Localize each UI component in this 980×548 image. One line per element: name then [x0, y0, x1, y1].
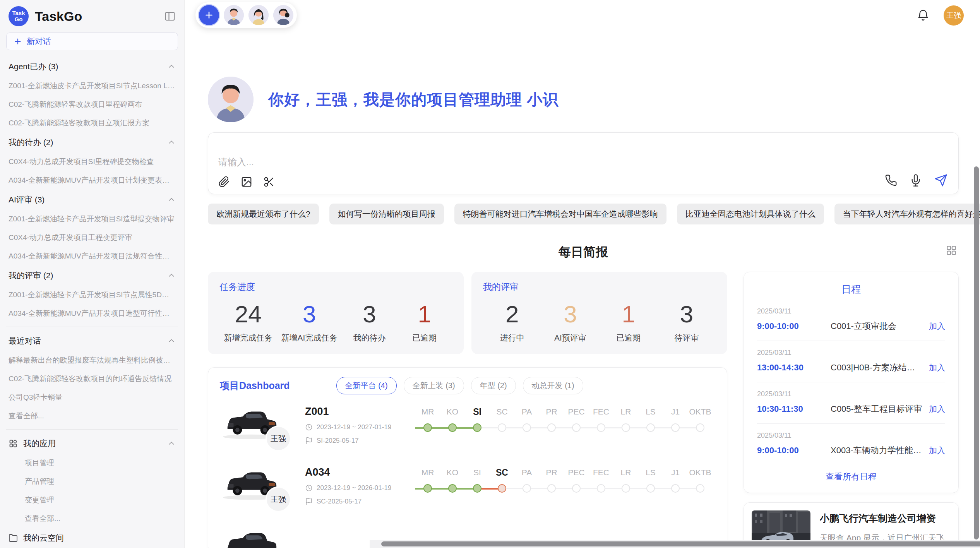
plus-icon	[204, 10, 214, 20]
suggestion-chip[interactable]: 如何写一份清晰的项目周报	[329, 204, 444, 224]
user-avatar[interactable]: 王强	[944, 5, 964, 26]
join-event-link[interactable]: 加入	[929, 321, 945, 332]
recent-chat-item[interactable]: 解释最新出台的欧盟报废车法规再生塑料比例被调至15%...	[6, 351, 178, 370]
suggestion-chip[interactable]: 特朗普可能对进口汽车增税会对中国车企造成哪些影响	[454, 204, 666, 224]
section-agent-done[interactable]: Agent已办 (3)	[6, 57, 178, 77]
insert-image-button[interactable]	[241, 176, 252, 188]
milestone-dot	[423, 484, 432, 493]
schedule-event: 2025/03/11 13:00-14:30 C003|H0B-方案冻结评审 加…	[757, 341, 945, 382]
section-my-todo[interactable]: 我的待办 (2)	[6, 132, 178, 152]
join-event-link[interactable]: 加入	[929, 362, 945, 373]
assistant-avatar-1[interactable]	[224, 5, 244, 25]
my-apps-header[interactable]: 我的应用	[6, 433, 178, 454]
scissors-icon	[263, 176, 275, 188]
task-progress-card: 任务进度 24 新增完成任务 3 新增AI完成任务	[208, 272, 464, 354]
section-my-review[interactable]: 我的评审 (2)	[6, 265, 178, 286]
milestone-track: MR KO SI SC PA PR PEC FEC LR LS	[415, 404, 715, 432]
section-label: Agent已办 (3)	[9, 61, 58, 72]
horizontal-scrollbar-thumb[interactable]	[381, 541, 980, 546]
app-item-project-mgmt[interactable]: 项目管理	[6, 454, 178, 472]
suggestion-chip[interactable]: 当下年轻人对汽车外观有怎样的喜好趋势	[834, 204, 980, 224]
new-chat-label: 新对话	[27, 36, 51, 47]
vertical-scrollbar-thumb[interactable]	[974, 166, 979, 539]
event-time: 10:30-11:30	[757, 404, 831, 414]
chat-input[interactable]	[218, 157, 729, 168]
suggestion-chip[interactable]: 比亚迪全固态电池计划具体说了什么	[677, 204, 824, 224]
chat-composer	[208, 132, 959, 194]
app-logo: Task Go	[9, 6, 29, 26]
apps-view-all[interactable]: 查看全部...	[6, 509, 178, 528]
event-name: X003-车辆动力学性能验...	[831, 445, 923, 456]
folder-icon	[9, 533, 18, 543]
sidebar-task-item[interactable]: Z001-全新燃油轻卡产品开发项目SI造型提交物评审	[6, 210, 178, 228]
app-item-product-mgmt[interactable]: 产品管理	[6, 472, 178, 491]
horizontal-scrollbar-track[interactable]	[370, 540, 980, 548]
sidebar-task-item[interactable]: A034-全新新能源MUV产品开发项目造型可行性评审	[6, 304, 178, 323]
chevron-up-icon	[167, 195, 176, 204]
dashboard-filters: 全新平台 (4) 全新上装 (3) 年型 (2) 动总开发 (1)	[336, 377, 583, 394]
sidebar-task-item[interactable]: C02-飞腾新能源轻客改款项目立项汇报方案	[6, 114, 178, 132]
chevron-up-icon	[167, 62, 176, 71]
avatar-woman-icon	[273, 5, 293, 25]
composer-attachments	[218, 176, 275, 188]
suggestion-chip[interactable]: 欧洲新规最近颁布了什么?	[208, 204, 319, 224]
my-cloud-space-label: 我的云空间	[23, 533, 64, 543]
section-recent-chats[interactable]: 最近对话	[6, 331, 178, 351]
notifications-button[interactable]	[917, 9, 930, 22]
project-code: A034	[305, 466, 415, 478]
clock-icon	[305, 484, 313, 492]
project-flag-milestone: SC-2025-05-17	[305, 498, 415, 505]
greeting-hero: 你好，王强，我是你的项目管理助理 小识	[208, 77, 959, 122]
divider	[6, 327, 178, 327]
new-chat-button[interactable]: 新对话	[6, 33, 178, 50]
filter-model-year[interactable]: 年型 (2)	[471, 377, 516, 394]
chevron-up-icon	[167, 271, 176, 280]
milestone-dot	[523, 423, 531, 432]
filter-new-platform[interactable]: 全新平台 (4)	[336, 377, 397, 394]
app-item-change-mgmt[interactable]: 变更管理	[6, 491, 178, 509]
truck-image	[220, 526, 281, 548]
sidebar-task-item[interactable]: Z001-全新燃油轻卡产品开发项目SI节点属性5D文件评审	[6, 286, 178, 304]
event-time: 9:00-10:00	[757, 321, 831, 331]
dashboard-title: 项目Dashboard	[220, 379, 290, 392]
panel-toggle-icon	[164, 10, 176, 22]
assistant-avatar-3[interactable]	[273, 5, 293, 25]
voice-call-button[interactable]	[885, 174, 897, 187]
screenshot-button[interactable]	[263, 176, 275, 188]
filter-powertrain[interactable]: 动总开发 (1)	[523, 377, 583, 394]
send-plane-icon	[934, 174, 947, 187]
attach-file-button[interactable]	[218, 176, 230, 188]
schedule-event: 2025/03/11 9:00-10:00 C001-立项审批会 加入	[757, 300, 945, 341]
card-title: 我的评审	[483, 281, 716, 293]
logo-line2: Go	[15, 16, 23, 22]
assistant-avatar-2[interactable]	[248, 5, 269, 25]
recent-chats-view-all[interactable]: 查看全部...	[6, 407, 178, 425]
sidebar-task-item[interactable]: Z001-全新燃油皮卡产品开发项目SI节点Lesson Learn报告	[6, 77, 178, 95]
sidebar-task-item[interactable]: C0X4-动力总成开发项目工程变更评审	[6, 228, 178, 247]
recent-chat-item[interactable]: C02-飞腾新能源轻客改款项目的闭环通告反馈情况	[6, 370, 178, 388]
stat-review-overdue: 1 已逾期	[605, 299, 652, 343]
milestone-dot	[696, 423, 704, 432]
project-row-z001[interactable]: 王强 Z001 2023-12-19 ~ 2027-01-19	[220, 404, 715, 455]
sidebar-task-item[interactable]: A034-全新新能源MUV产品开发项目法规符合性评审	[6, 247, 178, 265]
project-row-a034[interactable]: 王强 A034 2023-12-19 ~ 2026-01-19	[220, 465, 715, 516]
milestone-dot	[498, 423, 506, 432]
join-event-link[interactable]: 加入	[929, 445, 945, 456]
briefing-layout-button[interactable]	[946, 245, 957, 256]
view-all-schedule-link[interactable]: 查看所有日程	[757, 471, 945, 483]
recent-chat-item[interactable]: 公司Q3轻卡销量	[6, 388, 178, 407]
send-button[interactable]	[934, 174, 947, 187]
sidebar-task-item[interactable]: C0X4-动力总成开发项目SI里程碑提交物检查	[6, 152, 178, 171]
join-event-link[interactable]: 加入	[929, 404, 945, 414]
my-cloud-space[interactable]: 我的云空间	[6, 528, 178, 548]
microphone-button[interactable]	[910, 174, 922, 187]
filter-new-body[interactable]: 全新上装 (3)	[404, 377, 464, 394]
suggestion-chips: 欧洲新规最近颁布了什么? 如何写一份清晰的项目周报 特朗普可能对进口汽车增税会对…	[208, 204, 959, 224]
section-label: 我的待办 (2)	[9, 137, 53, 148]
sidebar-task-item[interactable]: C02-飞腾新能源轻客改款项目里程碑画布	[6, 95, 178, 114]
sidebar-task-item[interactable]: A034-全新新能源MUV产品开发项目计划变更表编写	[6, 171, 178, 190]
collapse-sidebar-button[interactable]	[164, 10, 176, 22]
section-ai-review[interactable]: AI评审 (3)	[6, 190, 178, 210]
sidebar: Task Go TaskGo 新对话 Agent已办 (3) Z001-全新燃油…	[0, 0, 185, 548]
add-assistant-button[interactable]	[199, 5, 219, 25]
